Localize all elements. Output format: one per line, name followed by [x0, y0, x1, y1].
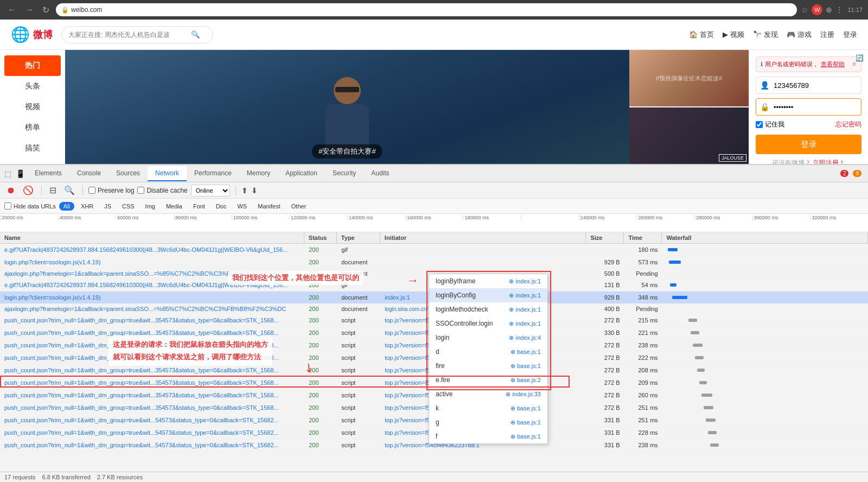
row-name[interactable]: push_count.json?trim_null=1&with_dm_grou…: [0, 403, 304, 413]
reload-button[interactable]: ↻: [40, 3, 52, 17]
sidebar-item-video[interactable]: 视频: [0, 97, 65, 117]
devtools-mobile-button[interactable]: 📱: [14, 168, 27, 179]
tab-console[interactable]: Console: [69, 166, 108, 181]
tab-memory[interactable]: Memory: [239, 166, 278, 181]
more-button[interactable]: ⋮: [835, 5, 843, 14]
tab-security[interactable]: Security: [325, 166, 363, 181]
filter-tag-media[interactable]: Media: [162, 202, 187, 211]
table-row[interactable]: e.gif?UATrack|4837242628937.884.15682496…: [0, 244, 868, 256]
col-initiator[interactable]: Initiator: [380, 232, 586, 243]
dropdown-initiator[interactable]: ⊕ base.js:1: [510, 363, 541, 370]
row-name[interactable]: ajaxlogin.php?framelogin=1&callback=pare…: [0, 269, 304, 278]
search-button[interactable]: 🔍: [62, 184, 77, 196]
sidebar-item-society[interactable]: 社会: [0, 158, 65, 164]
password-input[interactable]: [756, 98, 861, 116]
filter-tag-other[interactable]: Other: [287, 202, 311, 211]
row-name[interactable]: e.gif?UATrack|4837242628937.884.15682496…: [0, 280, 304, 290]
row-name[interactable]: push_count.json?trim_null=1&with_dm_grou…: [0, 428, 304, 437]
tab-performance[interactable]: Performance: [187, 166, 239, 181]
row-name[interactable]: push_count.json?trim_null=1&with_dm_grou…: [0, 415, 304, 425]
disable-cache-label[interactable]: Disable cache: [137, 187, 187, 194]
dropdown-item-loginByIframe[interactable]: loginByIframe ⊕ index.js:1: [429, 274, 547, 288]
nav-discover[interactable]: 🔭 发现: [753, 30, 778, 40]
dropdown-item-loginMethodcheck[interactable]: loginMethodcheck ⊕ index.js:1: [429, 302, 547, 316]
filter-tag-manifest[interactable]: Manifest: [253, 202, 285, 211]
hide-data-urls-checkbox[interactable]: [4, 202, 11, 210]
weibo-search-button[interactable]: 🔍: [191, 30, 200, 39]
dropdown-item-login[interactable]: login ⊕ index.js:4: [429, 331, 547, 345]
tab-application[interactable]: Application: [278, 166, 325, 181]
export-button[interactable]: ⬇: [251, 186, 258, 195]
remember-label[interactable]: 记住我: [756, 120, 784, 129]
dropdown-item-f[interactable]: f ⊕ base.js:1: [429, 429, 547, 443]
row-initiator[interactable]: [380, 261, 586, 264]
dropdown-initiator[interactable]: ⊕ base.js:1: [510, 419, 541, 426]
col-time[interactable]: Time: [624, 232, 662, 243]
username-input[interactable]: [756, 77, 861, 94]
disable-cache-checkbox[interactable]: [137, 187, 144, 194]
forward-button[interactable]: →: [23, 3, 36, 17]
filter-tag-ws[interactable]: WS: [233, 202, 251, 211]
extension-button[interactable]: ⊕: [826, 5, 832, 14]
register-link[interactable]: 立即注册！: [813, 159, 845, 164]
register-button[interactable]: 注册: [820, 30, 834, 40]
dropdown-initiator[interactable]: ⊕ index.js:1: [509, 320, 541, 327]
dropdown-item-ssocontroller[interactable]: SSOController.login ⊕ index.js:1: [429, 316, 547, 331]
filter-tag-js[interactable]: JS: [100, 202, 116, 211]
row-name[interactable]: push_count.json?trim_null=1&with_dm_grou…: [0, 340, 304, 350]
devtools-inspect-button[interactable]: ⬚: [2, 168, 14, 179]
remember-checkbox[interactable]: [756, 121, 763, 128]
dropdown-initiator[interactable]: ⊕ index.js:1: [509, 278, 541, 285]
row-name[interactable]: push_count.json?trim_null=1&with_dm_grou…: [0, 365, 304, 375]
filter-tag-xhr[interactable]: XHR: [76, 202, 98, 211]
dropdown-initiator[interactable]: ⊕ base.js:1: [510, 433, 541, 440]
import-button[interactable]: ⬆: [241, 186, 248, 195]
filter-tag-font[interactable]: Font: [189, 202, 209, 211]
filter-toggle-button[interactable]: ⊟: [47, 184, 59, 196]
initiator-dropdown[interactable]: loginByIframe ⊕ index.js:1 loginByConfig…: [429, 274, 548, 444]
preserve-log-label[interactable]: Preserve log: [88, 187, 134, 194]
tab-audits[interactable]: Audits: [363, 166, 397, 181]
hide-data-urls-label[interactable]: Hide data URLs: [4, 202, 56, 210]
dropdown-initiator[interactable]: ⊕ index.js:33: [506, 391, 541, 398]
col-name[interactable]: Name: [0, 232, 304, 243]
sidebar-item-hot[interactable]: 热门: [4, 55, 61, 76]
dropdown-item-fire[interactable]: fire ⊕ base.js:1: [429, 359, 547, 373]
nav-game[interactable]: 🎮 游戏: [787, 30, 812, 40]
bookmark-button[interactable]: ☆: [801, 5, 808, 14]
row-name[interactable]: login.php?client=ssologin.js(v1.4.19): [0, 293, 304, 302]
clear-button[interactable]: 🚫: [21, 184, 36, 196]
row-initiator[interactable]: [380, 248, 586, 251]
preserve-log-checkbox[interactable]: [88, 187, 95, 194]
dropdown-initiator[interactable]: ⊕ index.js:1: [509, 306, 541, 313]
dropdown-initiator[interactable]: ⊕ base.js:2: [510, 377, 541, 384]
table-row[interactable]: login.php?client=ssologin.js(v1.4.19) 20…: [0, 256, 868, 269]
dropdown-item-g[interactable]: g ⊕ base.js:1: [429, 415, 547, 429]
row-name[interactable]: e.gif?UATrack|4837242628937.884.15682496…: [0, 245, 304, 255]
tab-elements[interactable]: Elements: [27, 166, 69, 181]
row-name[interactable]: push_count.json?trim_null=1&with_dm_grou…: [0, 353, 304, 363]
sidebar-item-news[interactable]: 头条: [0, 76, 65, 97]
weibo-search-input[interactable]: [68, 31, 188, 39]
login-submit-button[interactable]: 登录: [756, 135, 861, 154]
dropdown-item-active[interactable]: active ⊕ index.js:33: [429, 387, 547, 401]
filter-tag-doc[interactable]: Doc: [212, 202, 231, 211]
col-type[interactable]: Type: [337, 232, 380, 243]
dropdown-item-efire[interactable]: e.fire ⊕ base.js:2: [429, 373, 547, 387]
col-waterfall[interactable]: Waterfall: [662, 232, 868, 243]
tab-network[interactable]: Network: [148, 166, 187, 181]
row-name[interactable]: push_count.json?trim_null=1&with_dm_grou…: [0, 328, 304, 338]
login-button[interactable]: 登录: [843, 30, 857, 40]
dropdown-initiator[interactable]: ⊕ index.js:1: [509, 292, 541, 299]
weibo-search-bar[interactable]: 🔍: [61, 26, 213, 43]
login-error-link[interactable]: 查看帮助: [821, 60, 845, 68]
tab-sources[interactable]: Sources: [108, 166, 148, 181]
dropdown-item-loginByConfig[interactable]: loginByConfig ⊕ index.js:1: [429, 288, 547, 302]
row-name[interactable]: push_count.json?trim_null=1&with_dm_grou…: [0, 378, 304, 388]
dropdown-item-d[interactable]: d ⊕ base.js:1: [429, 345, 547, 359]
filter-tag-all[interactable]: All: [59, 202, 74, 211]
address-bar[interactable]: 🔒 weibo.com: [56, 3, 797, 16]
dropdown-item-k[interactable]: k ⊕ base.js:1: [429, 401, 547, 415]
sidebar-item-rank[interactable]: 榜单: [0, 117, 65, 138]
profile-button[interactable]: W: [812, 4, 822, 15]
